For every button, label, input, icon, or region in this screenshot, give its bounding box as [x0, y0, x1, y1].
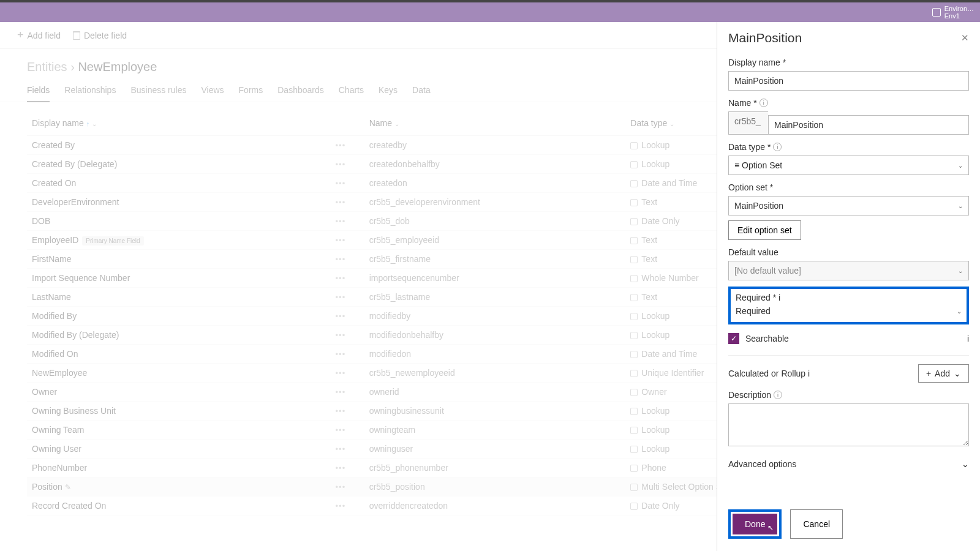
row-menu-button[interactable]: •••: [336, 444, 346, 454]
environment-label: Environ…: [944, 5, 974, 12]
cursor-icon: ↖: [767, 523, 774, 532]
trash-icon: [73, 31, 80, 40]
display-name-input[interactable]: [728, 71, 969, 91]
row-menu-button[interactable]: •••: [336, 255, 346, 264]
name-input[interactable]: [768, 115, 969, 135]
default-value-label: Default value: [728, 247, 969, 257]
row-menu-button[interactable]: •••: [336, 482, 346, 492]
field-properties-panel: MainPosition ✕ Display name * Name * i c…: [717, 22, 980, 551]
row-menu-button[interactable]: •••: [336, 388, 346, 397]
delete-field-button[interactable]: Delete field: [73, 31, 127, 40]
description-input[interactable]: [728, 403, 969, 446]
name-label: Name * i: [728, 98, 969, 108]
required-highlight: Required * i Required⌄: [728, 287, 969, 324]
default-value-select[interactable]: [No default value]⌄: [728, 261, 969, 280]
required-select[interactable]: Required⌄: [736, 306, 962, 316]
info-icon[interactable]: i: [773, 143, 782, 151]
name-prefix: cr5b5_: [728, 111, 768, 135]
done-highlight: Done↖: [728, 509, 782, 539]
display-name-label: Display name *: [728, 58, 969, 67]
tab-business-rules[interactable]: Business rules: [130, 81, 186, 102]
row-menu-button[interactable]: •••: [336, 312, 346, 321]
tab-charts[interactable]: Charts: [339, 81, 364, 102]
col-display-name[interactable]: Display name↑⌄: [27, 111, 331, 136]
advanced-options-toggle[interactable]: Advanced options⌄: [728, 459, 969, 469]
row-menu-button[interactable]: •••: [336, 236, 346, 245]
environment-name: Env1: [944, 12, 974, 20]
tab-forms[interactable]: Forms: [239, 81, 263, 102]
searchable-label: Searchable: [745, 334, 789, 343]
info-icon[interactable]: i: [808, 369, 810, 378]
row-menu-button[interactable]: •••: [336, 160, 346, 169]
plus-icon: +: [17, 29, 24, 42]
row-menu-button[interactable]: •••: [336, 179, 346, 188]
panel-title: MainPosition: [728, 31, 802, 45]
add-field-button[interactable]: + Add field: [17, 29, 61, 42]
add-rollup-button[interactable]: +Add⌄: [918, 364, 969, 383]
info-icon[interactable]: i: [760, 99, 768, 107]
environment-picker[interactable]: Environ… Env1: [932, 5, 974, 20]
optionset-label: Option set *: [728, 182, 969, 192]
description-label: Description i: [728, 390, 969, 400]
breadcrumb-parent[interactable]: Entities: [27, 60, 67, 73]
row-menu-button[interactable]: •••: [336, 274, 346, 283]
rollup-label: Calculated or Rollup i: [728, 369, 810, 378]
breadcrumb-current: NewEmployee: [78, 60, 157, 73]
tab-dashboards[interactable]: Dashboards: [277, 81, 324, 102]
tab-fields[interactable]: Fields: [27, 81, 50, 102]
done-button[interactable]: Done↖: [733, 514, 777, 534]
datatype-label: Data type * i: [728, 142, 969, 152]
row-menu-button[interactable]: •••: [336, 369, 346, 378]
row-menu-button[interactable]: •••: [336, 463, 346, 473]
info-icon[interactable]: i: [778, 293, 780, 302]
edit-optionset-button[interactable]: Edit option set: [728, 220, 801, 240]
environment-icon: [932, 8, 941, 17]
row-menu-button[interactable]: •••: [336, 501, 346, 511]
cancel-button[interactable]: Cancel: [790, 509, 843, 539]
row-menu-button[interactable]: •••: [336, 425, 346, 435]
tab-data[interactable]: Data: [412, 81, 431, 102]
tab-keys[interactable]: Keys: [379, 81, 398, 102]
required-label: Required * i: [736, 293, 780, 302]
row-menu-button[interactable]: •••: [336, 217, 346, 226]
info-icon[interactable]: i: [774, 391, 782, 399]
plus-icon: +: [926, 369, 931, 378]
row-menu-button[interactable]: •••: [336, 407, 346, 416]
optionset-select[interactable]: MainPosition⌄: [728, 196, 969, 216]
row-menu-button[interactable]: •••: [336, 331, 346, 340]
datatype-select[interactable]: ≡ Option Set⌄: [728, 156, 969, 175]
app-header: Environ… Env1: [0, 2, 980, 22]
row-menu-button[interactable]: •••: [336, 198, 346, 207]
close-panel-button[interactable]: ✕: [961, 32, 969, 43]
tab-views[interactable]: Views: [201, 81, 224, 102]
tab-relationships[interactable]: Relationships: [64, 81, 116, 102]
row-menu-button[interactable]: •••: [336, 350, 346, 359]
info-icon[interactable]: i: [967, 334, 969, 343]
searchable-checkbox[interactable]: ✓: [728, 333, 739, 344]
row-menu-button[interactable]: •••: [336, 293, 346, 302]
col-name[interactable]: Name⌄: [364, 111, 626, 136]
row-menu-button[interactable]: •••: [336, 141, 346, 150]
